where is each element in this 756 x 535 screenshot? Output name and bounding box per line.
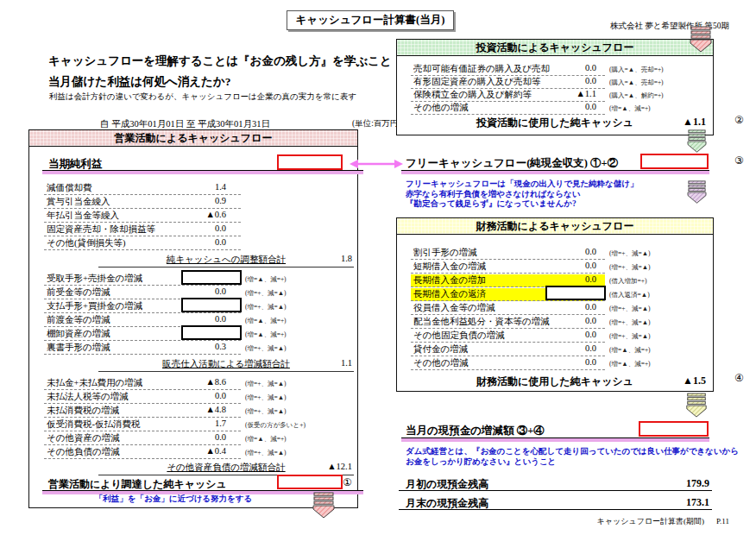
- table-row: 年払引当金等繰入 ▲0.6: [44, 210, 241, 223]
- table-row: 賞与引当金繰入 0.9: [44, 196, 241, 209]
- subtotal-value: ▲12.1: [327, 462, 352, 471]
- line-label: 年払引当金等繰入: [47, 210, 119, 222]
- table-row: その他(貸倒損失等) 0.0: [44, 237, 241, 250]
- table-row: その他の増減 0.0 (増=▲、減=+): [411, 102, 605, 115]
- fcf-note-line1: フリーキャッシュフローは「現金の出入りで見た純粋な儲け」: [406, 179, 639, 190]
- table-row: 裏書手形の増減 0.3 (増=+、減=▲): [44, 342, 241, 355]
- line-value: ▲4.8: [205, 405, 226, 414]
- line-value: 0.0: [215, 237, 226, 247]
- financing-total-value: ▲1.5: [683, 374, 706, 387]
- line-value: ▲8.6: [205, 377, 226, 387]
- table-row: 短期借入金の増減 0.0 (増=+、減=▲): [411, 261, 605, 274]
- dam-note-line1: ダム式経営とは、『お金のことを心配して走り回っていたのでは良い仕事ができないから: [406, 447, 739, 457]
- line-hint: (増=▲、減=+): [609, 346, 651, 355]
- line-value: 0.0: [585, 316, 596, 325]
- line-hint: (増=+、減=▲): [245, 393, 287, 402]
- financing-total-row: 財務活動に使用した純キャッシュ ▲1.5: [397, 374, 713, 388]
- table-row: 役員借入金等の増減 0.0 (増=+、減=▲): [411, 302, 605, 315]
- investing-total-row: 投資活動に使用した純キャッシュ ▲1.1: [397, 116, 713, 129]
- line-label: 賞与引当金繰入: [47, 196, 110, 208]
- line-hint: (増=▲、減=+): [245, 317, 287, 325]
- line-label: 未払消費税の増減: [47, 405, 119, 417]
- line-label: 裏書手形の増減: [47, 342, 110, 354]
- link-double-arrow-icon: [349, 158, 404, 173]
- table-row-highlighted: 長期借入金の返済 (借入返済=▲): [411, 288, 605, 301]
- line-value: 0.0: [585, 76, 596, 85]
- line-hint: (購入=▲、売却=+): [609, 79, 664, 87]
- line-value: 0.3: [215, 342, 226, 351]
- line-hint: (仮受の方が多いと+): [245, 421, 306, 430]
- line-value: 0.0: [585, 302, 596, 312]
- table-row: 割引手形の増減 0.0 (増=+、減=▲): [411, 247, 605, 260]
- line-value: 0.0: [215, 432, 226, 442]
- investing-total-label: 投資活動に使用した純キャッシュ: [476, 116, 633, 129]
- net-income-input-box[interactable]: [277, 154, 343, 170]
- line-hint: (増=▲、減=+): [245, 435, 287, 444]
- table-row: その他の増減 0.0 (増=▲、減=+): [411, 357, 605, 370]
- line-value: 0.0: [585, 102, 596, 111]
- net-income-underline: [42, 170, 363, 174]
- table-row: 未払法人税等の増減 0.0 (増=+、減=▲): [44, 391, 241, 404]
- subtotal-row: 販売仕入活動による増減額合計 1.1: [98, 358, 354, 372]
- value-input-box[interactable]: [181, 325, 242, 340]
- line-value: 0.0: [585, 274, 596, 284]
- period-range: 自 平成30年01月01日 至 平成30年01月31日: [100, 118, 270, 130]
- line-hint: (増=+、減=▲): [245, 380, 287, 388]
- table-row: 仮受消費税-仮払消費税 1.7 (仮受の方が多いと+): [44, 419, 241, 431]
- dam-note-line2: お金をしっかり貯めなさい』ということ: [406, 457, 739, 468]
- subtotal-row: 純キャッシュへの調整額合計 1.8: [98, 254, 354, 268]
- line-label: 未払金+未払費用の増減: [47, 377, 142, 389]
- table-row: その他資産の増減 0.0 (増=▲、減=+): [44, 432, 241, 445]
- line-label: その他の増減: [413, 357, 469, 369]
- line-label: 保険積立金の購入及び解約等: [413, 89, 532, 101]
- line-label: 固定資産売却・除却損益等: [47, 223, 155, 236]
- line-label: 支払手形+買掛金の増減: [47, 300, 142, 312]
- line-label: 前受金等の増減: [47, 286, 110, 299]
- line-hint: (借入増加=+): [609, 277, 646, 286]
- opening-balance-underline: [399, 490, 712, 491]
- line-hint: (増=+、減=▲): [245, 449, 287, 457]
- circled-number-1: ①: [343, 476, 352, 488]
- flow-arrow-green-icon: [685, 129, 709, 157]
- fcf-label: フリーキャッシュフロー(純現金収支) ①+②: [406, 156, 618, 171]
- investing-total-value: ▲1.1: [683, 116, 706, 129]
- line-value: 0.0: [215, 391, 226, 400]
- line-label: 仮受消費税-仮払消費税: [47, 419, 141, 431]
- value-input-box[interactable]: [181, 270, 242, 285]
- line-value: 0.0: [585, 343, 596, 353]
- line-value: 0.0: [585, 330, 596, 339]
- table-row: 固定資産売却・除却損益等 0.0: [44, 223, 241, 236]
- cash-change-underline: [401, 437, 709, 442]
- cash-change-input-box[interactable]: [639, 421, 709, 437]
- subtotal-label: 販売仕入活動による増減額合計: [162, 359, 290, 368]
- cash-change-label: 当月の現預金の増減額 ③+④: [406, 424, 545, 438]
- table-row: 未払消費税の増減 ▲4.8 (増=+、減=▲): [44, 405, 241, 418]
- circled-number-4: ④: [734, 372, 744, 384]
- subtotal-row: その他資産負債の増減額合計 ▲12.1: [98, 462, 354, 475]
- intro-heading-1: キャッシュフローを理解することは『お金の残し方』を学ぶこと: [48, 54, 392, 69]
- flow-arrow-red-bottom-icon: [311, 492, 337, 523]
- table-row: 配当金他利益処分・資本等の増減 0.0 (増=+、減=▲): [411, 316, 605, 329]
- financing-header: 財務活動によるキャッシュフロー: [397, 218, 713, 235]
- financing-panel: 財務活動によるキャッシュフロー 割引手形の増減 0.0 (増=+、減=▲) 短期…: [396, 217, 714, 392]
- line-label: 前渡金等の増減: [47, 314, 110, 326]
- value-input-box[interactable]: [181, 298, 242, 312]
- line-label: 長期借入金の増加: [413, 274, 486, 286]
- line-label: その他固定負債の増減: [413, 330, 505, 342]
- line-hint: (購入=▲、解約=+): [609, 91, 664, 100]
- flow-arrow-purple-icon: [685, 180, 709, 208]
- value-input-box[interactable]: [545, 286, 606, 300]
- operating-total-input-box[interactable]: [277, 475, 343, 489]
- line-value: 0.0: [215, 314, 226, 324]
- line-hint: (増=▲、減=+): [609, 360, 651, 368]
- table-row: その他固定負債の増減 0.0 (増=+、減=▲): [411, 330, 605, 343]
- unit-label: (単位:百万円): [352, 118, 400, 129]
- circled-number-3: ③: [734, 154, 744, 167]
- line-value: ▲1.1: [576, 89, 596, 98]
- subtotal-value: 1.1: [341, 358, 352, 368]
- line-value: 0.0: [215, 286, 226, 296]
- closing-balance-value: 173.1: [665, 496, 709, 509]
- line-value: 0.0: [585, 357, 596, 367]
- line-value: 1.7: [215, 419, 226, 428]
- table-row: 貸付金の増減 0.0 (増=▲、減=+): [411, 343, 605, 356]
